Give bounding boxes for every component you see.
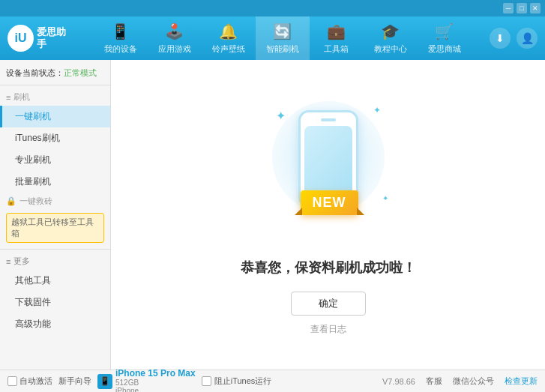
bottom-right: V7.98.66 客服 微信公众号 检查更新 [382, 376, 538, 387]
content-area: ✦ ✦ ✦ NEW 恭喜您，保资料刷机成功啦！ 确定 查看日志 [111, 60, 545, 370]
more-section-icon: ≡ [6, 257, 10, 266]
advanced-label: 高级功能 [15, 319, 51, 329]
nav-tutorials[interactable]: 🎓 教程中心 [364, 16, 418, 60]
itunes-flash-label: iTunes刷机 [15, 133, 60, 143]
auto-connect-label: 自动激活 [19, 376, 52, 387]
title-bar: ─ □ ✕ [0, 0, 545, 16]
shop-label: 爱思商城 [428, 43, 461, 55]
confirm-button[interactable]: 确定 [291, 292, 366, 316]
sidebar-item-other-tools[interactable]: 其他工具 [0, 270, 110, 292]
ringtones-icon: 🔔 [219, 22, 238, 40]
success-illustration: ✦ ✦ ✦ NEW [253, 94, 403, 244]
device-type: iPhone [115, 387, 196, 393]
ringtones-label: 铃声壁纸 [212, 43, 245, 55]
nav-smart-flash[interactable]: 🔄 智能刷机 [256, 16, 310, 60]
one-key-flash-label: 一键刷机 [15, 111, 51, 121]
nav-apps-games[interactable]: 🕹️ 应用游戏 [148, 16, 202, 60]
sparkle-1: ✦ [276, 109, 286, 123]
success-text: 恭喜您，保资料刷机成功啦！ [241, 259, 416, 277]
flash-section-icon: ≡ [6, 93, 10, 102]
nav-ringtones[interactable]: 🔔 铃声壁纸 [202, 16, 256, 60]
rescue-note: 越狱工具已转移至工具箱 [6, 213, 104, 243]
download-firmware-label: 下载固件 [15, 297, 51, 307]
sidebar-item-itunes-flash[interactable]: iTunes刷机 [0, 127, 110, 149]
more-section-label: ≡ 更多 [0, 253, 110, 270]
more-section-text: 更多 [13, 256, 30, 267]
toolbox-label: 工具箱 [324, 43, 349, 55]
rescue-label: 一键救砖 [19, 196, 52, 207]
sidebar: 设备当前状态：正常模式 ≡ 刷机 一键刷机 iTunes刷机 专业刷机 批量刷机… [0, 60, 111, 370]
main-layout: 设备当前状态：正常模式 ≡ 刷机 一键刷机 iTunes刷机 专业刷机 批量刷机… [0, 60, 545, 370]
check-update-link[interactable]: 检查更新 [505, 376, 538, 387]
maximize-button[interactable]: □ [517, 3, 527, 13]
sidebar-divider [0, 249, 110, 250]
batch-flash-label: 批量刷机 [15, 176, 51, 187]
other-tools-label: 其他工具 [15, 275, 51, 286]
sidebar-item-pro-flash[interactable]: 专业刷机 [0, 149, 110, 171]
flash-section-text: 刷机 [13, 91, 30, 103]
version-text: V7.98.66 [382, 377, 415, 386]
close-button[interactable]: ✕ [530, 3, 541, 13]
device-info: 📱 iPhone 15 Pro Max 512GB iPhone [97, 368, 196, 393]
nav-shop[interactable]: 🛒 爱思商城 [418, 16, 472, 60]
smart-flash-label: 智能刷机 [266, 43, 299, 55]
window-controls: ─ □ ✕ [503, 3, 541, 13]
flash-section-label: ≡ 刷机 [0, 88, 110, 106]
nav-toolbox[interactable]: 💼 工具箱 [310, 16, 364, 60]
new-ribbon: NEW [301, 190, 358, 215]
tutorials-label: 教程中心 [374, 43, 407, 55]
my-device-icon: 📱 [111, 22, 130, 40]
guide-label: 新手向导 [58, 376, 91, 387]
download-button[interactable]: ⬇ [490, 28, 511, 49]
phone-screen [304, 126, 352, 196]
logo-area: iU 爱思助手 [7, 25, 75, 52]
view-log-link[interactable]: 查看日志 [310, 323, 346, 336]
bottom-bar: 自动激活 新手向导 📱 iPhone 15 Pro Max 512GB iPho… [0, 370, 545, 392]
logo-icon: iU [7, 25, 34, 52]
support-link[interactable]: 客服 [426, 376, 442, 387]
wechat-link[interactable]: 微信公众号 [453, 376, 494, 387]
logo-text: 爱思助手 [37, 26, 75, 49]
sidebar-item-one-key-flash[interactable]: 一键刷机 [0, 106, 110, 127]
auto-connect: 自动激活 [7, 376, 52, 387]
device-status-label: 设备当前状态： [6, 68, 64, 77]
nav-right: ⬇ 👤 [490, 28, 538, 49]
device-status: 设备当前状态：正常模式 [0, 64, 110, 85]
bottom-left: 自动激活 新手向导 📱 iPhone 15 Pro Max 512GB iPho… [7, 368, 271, 393]
apps-games-label: 应用游戏 [158, 43, 191, 55]
itunes-label: 阻止iTunes运行 [214, 376, 272, 387]
apps-games-icon: 🕹️ [165, 22, 184, 40]
toolbox-icon: 💼 [327, 22, 346, 40]
shop-icon: 🛒 [435, 22, 454, 40]
pro-flash-label: 专业刷机 [15, 154, 51, 165]
account-button[interactable]: 👤 [517, 28, 538, 49]
rescue-section-label: 🔒 一键救砖 [0, 193, 110, 210]
top-nav: iU 爱思助手 📱 我的设备 🕹️ 应用游戏 🔔 铃声壁纸 🔄 智能刷机 💼 工… [0, 16, 545, 60]
device-icon: 📱 [97, 374, 112, 389]
guide-link[interactable]: 新手向导 [58, 376, 91, 387]
itunes-checkbox[interactable] [202, 376, 211, 386]
tutorials-icon: 🎓 [381, 22, 400, 40]
sidebar-item-download-firmware[interactable]: 下载固件 [0, 292, 110, 313]
my-device-label: 我的设备 [104, 43, 137, 55]
bottom-device: iPhone 15 Pro Max 512GB iPhone [115, 368, 196, 393]
device-storage: 512GB [115, 379, 196, 387]
sidebar-item-batch-flash[interactable]: 批量刷机 [0, 171, 110, 193]
sidebar-item-advanced[interactable]: 高级功能 [0, 313, 110, 335]
sparkle-3: ✦ [382, 194, 388, 202]
lock-icon: 🔒 [6, 196, 16, 206]
device-name: iPhone 15 Pro Max [115, 368, 196, 379]
itunes-block: 阻止iTunes运行 [202, 376, 272, 387]
sparkle-2: ✦ [373, 105, 381, 115]
smart-flash-icon: 🔄 [273, 22, 292, 40]
nav-items: 📱 我的设备 🕹️ 应用游戏 🔔 铃声壁纸 🔄 智能刷机 💼 工具箱 🎓 教程中… [75, 16, 490, 60]
device-status-value: 正常模式 [64, 68, 97, 77]
nav-my-device[interactable]: 📱 我的设备 [94, 16, 148, 60]
minimize-button[interactable]: ─ [503, 3, 514, 13]
auto-connect-checkbox[interactable] [7, 376, 17, 386]
